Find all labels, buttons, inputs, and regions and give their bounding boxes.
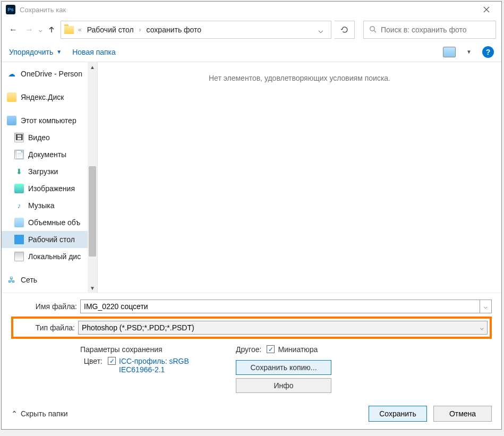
save-as-dialog: Ps Сохранить как ← → ⌵ « Рабочий стол › …: [1, 1, 502, 430]
scrollbar-thumb[interactable]: [89, 166, 96, 257]
icc-profile-link[interactable]: ICC-профиль: sRGB IEC61966-2.1: [119, 357, 204, 374]
chevron-down-icon: ▼: [56, 49, 62, 55]
document-icon: 📄: [14, 150, 24, 159]
disk-icon: [14, 252, 24, 261]
tree-item-video[interactable]: 🎞Видео: [2, 129, 97, 146]
toolbar: Упорядочить▼ Новая папка ▼ ?: [2, 42, 501, 62]
filetype-dropdown[interactable]: Photoshop (*.PSD;*.PDD;*.PSDT) ⌵: [78, 321, 488, 335]
sidebar-scrollbar[interactable]: ▲ ▼: [88, 62, 97, 293]
organize-button[interactable]: Упорядочить▼: [9, 48, 62, 56]
tree-item-this-pc[interactable]: Этот компьютер: [2, 112, 97, 129]
tree-item-yandex-disk[interactable]: Яндекс.Диск: [2, 89, 97, 106]
filetype-value: Photoshop (*.PSD;*.PDD;*.PSDT): [82, 323, 194, 332]
color-label: Цвет:: [80, 357, 105, 365]
folder-icon: [64, 26, 74, 34]
close-icon: [483, 6, 490, 13]
up-arrow-icon: [48, 26, 55, 33]
svg-point-0: [370, 26, 374, 30]
filetype-label: Тип файла:: [15, 323, 78, 332]
tree-item-music[interactable]: ♪Музыка: [2, 197, 97, 214]
filename-label: Имя файла:: [11, 302, 80, 311]
nav-forward-button[interactable]: →: [23, 23, 36, 36]
bottom-panel: Имя файла: ⌵ Тип файла: Photoshop (*.PSD…: [2, 293, 501, 398]
save-options: Параметры сохранения Цвет: ✓ ICC-профиль…: [11, 342, 492, 396]
chevron-up-icon: ⌃: [11, 409, 18, 418]
tree-item-documents[interactable]: 📄Документы: [2, 146, 97, 163]
network-icon: 🖧: [7, 275, 16, 285]
nav-history-dropdown[interactable]: ⌵: [39, 27, 42, 33]
save-params-heading: Параметры сохранения: [80, 345, 204, 354]
address-dropdown[interactable]: ⌵: [314, 25, 328, 35]
chevron-down-icon: ⌵: [480, 324, 484, 331]
search-box[interactable]: [363, 21, 496, 39]
tree-item-onedrive[interactable]: ☁OneDrive - Person: [2, 65, 97, 82]
view-dropdown[interactable]: ▼: [466, 49, 472, 55]
images-icon: [14, 184, 24, 193]
pc-icon: [7, 116, 16, 125]
tree-item-downloads[interactable]: ⬇Загрузки: [2, 163, 97, 180]
tree-item-desktop[interactable]: Рабочий стол: [2, 231, 97, 248]
empty-message: Нет элементов, удовлетворяющих условиям …: [98, 74, 501, 82]
nav-bar: ← → ⌵ « Рабочий стол › сохранить фото ⌵: [2, 18, 501, 42]
dialog-body: ☁OneDrive - Person Яндекс.Диск Этот комп…: [2, 62, 501, 293]
other-label: Другое:: [236, 345, 263, 354]
search-icon: [369, 25, 377, 35]
download-icon: ⬇: [14, 167, 24, 176]
breadcrumb-seg1[interactable]: Рабочий стол: [86, 24, 135, 35]
scroll-up-icon[interactable]: ▲: [88, 62, 97, 72]
search-input[interactable]: [381, 25, 490, 34]
footer: ⌃ Скрыть папки Сохранить Отмена: [2, 398, 501, 429]
new-folder-button[interactable]: Новая папка: [72, 48, 116, 56]
save-button[interactable]: Сохранить: [369, 406, 427, 422]
filetype-highlight: Тип файла: Photoshop (*.PSD;*.PDD;*.PSDT…: [11, 317, 492, 339]
thumbnail-label: Миниатюра: [278, 345, 318, 354]
address-bar[interactable]: « Рабочий стол › сохранить фото ⌵: [61, 21, 331, 39]
dialog-title: Сохранить как: [20, 6, 476, 14]
music-icon: ♪: [14, 201, 24, 210]
cube-icon: [14, 218, 24, 227]
refresh-icon: [340, 25, 349, 34]
filename-input[interactable]: [80, 300, 480, 313]
yandex-disk-icon: [7, 92, 16, 102]
photoshop-app-icon: Ps: [6, 5, 15, 14]
breadcrumb-chevron-icon: ›: [137, 26, 143, 33]
refresh-button[interactable]: [335, 21, 355, 39]
filename-dropdown[interactable]: ⌵: [480, 300, 492, 313]
thumbnail-checkbox[interactable]: ✓: [267, 345, 275, 353]
view-options-button[interactable]: [443, 47, 456, 57]
file-list-area: Нет элементов, удовлетворяющих условиям …: [97, 62, 501, 293]
scroll-down-icon[interactable]: ▼: [88, 283, 97, 293]
tree-item-images[interactable]: Изображения: [2, 180, 97, 197]
info-button[interactable]: Инфо: [236, 378, 331, 393]
breadcrumb-seg2[interactable]: сохранить фото: [146, 24, 203, 35]
tree-item-local-disk[interactable]: Локальный дис: [2, 248, 97, 265]
nav-tree: ☁OneDrive - Person Яндекс.Диск Этот комп…: [2, 62, 97, 293]
icc-profile-checkbox[interactable]: ✓: [108, 357, 116, 365]
tree-item-3d-objects[interactable]: Объемные объ: [2, 214, 97, 231]
cloud-icon: ☁: [7, 69, 16, 79]
nav-back-button[interactable]: ←: [7, 23, 20, 36]
hide-folders-toggle[interactable]: ⌃ Скрыть папки: [11, 409, 68, 418]
help-button[interactable]: ?: [482, 46, 494, 58]
cancel-button[interactable]: Отмена: [433, 406, 492, 422]
filename-row: Имя файла: ⌵: [11, 300, 492, 313]
desktop-icon: [14, 235, 24, 244]
breadcrumb-prefix: «: [76, 26, 84, 33]
titlebar: Ps Сохранить как: [2, 2, 501, 18]
close-button[interactable]: [476, 2, 497, 17]
save-copy-button[interactable]: Сохранить копию...: [236, 360, 331, 375]
video-icon: 🎞: [14, 133, 24, 142]
tree-item-network[interactable]: 🖧Сеть: [2, 271, 97, 288]
nav-up-button[interactable]: [46, 24, 57, 36]
